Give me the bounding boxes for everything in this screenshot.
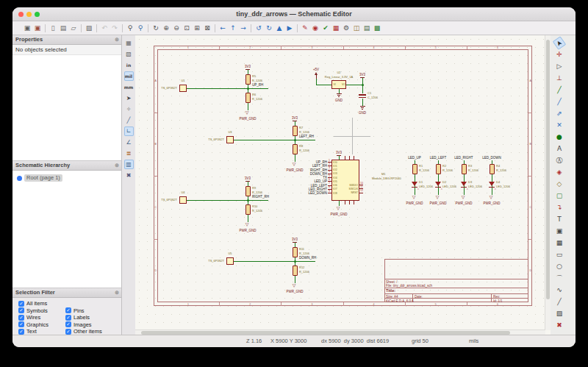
run-erc-button[interactable]: ◉ xyxy=(311,24,320,33)
zoom-out-button[interactable]: ⊖ xyxy=(172,24,181,33)
zoom-fit-objects-button[interactable]: ⊞ xyxy=(193,24,201,33)
checkbox-checked-icon[interactable]: ✓ xyxy=(18,329,24,335)
add-no-connect-tool[interactable]: ✕ xyxy=(554,121,564,130)
checkbox-checked-icon[interactable]: ✓ xyxy=(65,315,71,321)
filter-option-wires[interactable]: ✓Wires xyxy=(18,314,40,321)
checkbox-checked-icon[interactable]: ✓ xyxy=(65,329,71,335)
add-junction-tool[interactable]: ● xyxy=(554,132,564,142)
hierarchy-up-button[interactable]: ↑ xyxy=(229,24,237,33)
units-mils-toggle[interactable]: mil xyxy=(124,71,134,81)
resistor-symbol[interactable] xyxy=(293,144,298,154)
switch-symbol[interactable] xyxy=(226,257,234,265)
selection-filter-close-icon[interactable]: ⊗ xyxy=(115,288,119,297)
checkbox-checked-icon[interactable]: ✓ xyxy=(18,307,24,313)
save-as-button[interactable]: ▣ xyxy=(33,24,42,33)
resistor-symbol[interactable] xyxy=(245,93,251,103)
symbol-fields-table-button[interactable]: ▦ xyxy=(331,24,340,33)
rotate-cw-button[interactable]: ↻ xyxy=(265,24,273,33)
checkbox-checked-icon[interactable]: ✓ xyxy=(18,301,24,307)
select-tool-tool[interactable]: ➤ xyxy=(553,36,567,50)
resistor-symbol[interactable] xyxy=(293,266,298,276)
resistor-symbol[interactable] xyxy=(293,247,298,257)
checkbox-checked-icon[interactable]: ✓ xyxy=(18,321,24,327)
show-hidden-pins-toggle[interactable]: ✧ xyxy=(124,104,134,114)
maximize-window-button[interactable] xyxy=(35,12,40,17)
add-circle-tool[interactable]: ○ xyxy=(554,262,564,271)
import-sheet-pin-tool[interactable]: ↴ xyxy=(554,203,564,213)
checkbox-checked-icon[interactable]: ✓ xyxy=(65,321,71,327)
resistor-symbol[interactable] xyxy=(245,74,251,85)
grid-overrides-toggle[interactable]: ▧ xyxy=(124,49,134,59)
resistor-symbol[interactable] xyxy=(293,126,298,136)
highlight-net-tool[interactable]: ✛ xyxy=(554,50,564,60)
properties-panel-close-icon[interactable]: ⊗ xyxy=(115,35,119,44)
resistor-symbol[interactable] xyxy=(245,186,251,196)
filter-option-labels[interactable]: ✓Labels xyxy=(65,314,90,321)
mirror-horizontal-button[interactable]: ▶ xyxy=(285,24,294,33)
filter-option-text[interactable]: ✓Text xyxy=(18,328,37,335)
vertical-scrollbar[interactable] xyxy=(545,35,551,330)
generate-bom-button[interactable]: ▤ xyxy=(362,24,371,33)
led-symbol[interactable] xyxy=(435,182,441,186)
wires-free-angle-toggle[interactable]: ╱ xyxy=(124,115,134,125)
find-button[interactable]: ⚲ xyxy=(126,24,135,33)
find-replace-button[interactable]: ⚲ xyxy=(136,24,145,33)
filter-option-images[interactable]: ✓Images xyxy=(65,321,92,328)
filter-option-graphics[interactable]: ✓Graphics xyxy=(18,321,49,328)
refresh-button[interactable]: ↻ xyxy=(151,24,160,33)
resistor-symbol[interactable] xyxy=(490,164,495,174)
page-settings-button[interactable]: ▯ xyxy=(49,24,57,33)
switch-symbol[interactable] xyxy=(226,136,234,143)
print-button[interactable]: ▤ xyxy=(59,24,68,33)
next-sheet-button[interactable]: → xyxy=(239,24,248,33)
zoom-selection-button[interactable]: ⊠ xyxy=(203,24,212,33)
prev-sheet-button[interactable]: ← xyxy=(218,24,227,33)
checkbox-checked-icon[interactable]: ✓ xyxy=(65,307,71,313)
resistor-symbol[interactable] xyxy=(245,204,251,215)
edit-library-symbols-button[interactable]: ⚙ xyxy=(342,24,351,33)
zoom-fit-button[interactable]: ⊡ xyxy=(182,24,191,33)
led-symbol[interactable] xyxy=(412,182,417,186)
add-global-label-tool[interactable]: ◈ xyxy=(554,168,564,177)
units-inches-toggle[interactable]: in xyxy=(124,60,134,70)
filter-option-pins[interactable]: ✓Pins xyxy=(65,307,85,314)
resistor-symbol[interactable] xyxy=(412,164,417,174)
save-button[interactable]: ▣ xyxy=(23,24,32,33)
add-table-tool[interactable]: ▦ xyxy=(554,238,564,248)
cursor-shape-toggle[interactable]: ➤ xyxy=(124,93,134,103)
add-rectangle-tool[interactable]: ▭ xyxy=(554,250,564,260)
add-bus-entry-tool[interactable]: ⇗ xyxy=(554,109,564,118)
symbol-checker-button[interactable]: ✔ xyxy=(321,24,330,33)
rotate-ccw-button[interactable]: ↺ xyxy=(254,24,263,33)
add-image-tool[interactable]: ▨ xyxy=(554,309,564,318)
led-symbol[interactable] xyxy=(489,182,495,186)
add-power-tool[interactable]: ⊥ xyxy=(554,74,564,83)
checkbox-checked-icon[interactable]: ✓ xyxy=(18,315,24,321)
schematic-canvas[interactable]: 112233445566AABBCCDDSheet: /File: tiny_d… xyxy=(135,35,551,335)
library-tools-toggle[interactable]: ✖ xyxy=(124,171,134,180)
properties-manager-toggle[interactable]: ▥ xyxy=(124,160,134,169)
switch-symbol[interactable] xyxy=(179,85,187,92)
add-wire-tool[interactable]: ╱ xyxy=(554,85,564,95)
close-window-button[interactable] xyxy=(18,12,24,17)
add-line-tool[interactable]: ╱ xyxy=(554,297,564,307)
open-pcb-editor-button[interactable]: ▩ xyxy=(373,24,381,33)
minimize-window-button[interactable] xyxy=(26,12,32,17)
paste-button[interactable]: ▨ xyxy=(85,24,93,33)
add-bezier-tool[interactable]: ∿ xyxy=(554,285,564,295)
annotate-button[interactable]: ✎ xyxy=(301,24,309,33)
mirror-vertical-button[interactable]: ▲ xyxy=(275,24,284,33)
undo-button[interactable]: ↶ xyxy=(100,24,109,33)
toggle-grid-toggle[interactable]: ▦ xyxy=(124,38,134,48)
assign-footprints-button[interactable]: ◫ xyxy=(352,24,361,33)
filter-option-symbols[interactable]: ✓Symbols xyxy=(18,307,48,314)
hierarchy-navigator-toggle[interactable]: ≣ xyxy=(124,149,134,158)
hierarchy-panel-close-icon[interactable]: ⊗ xyxy=(115,161,119,170)
add-label-tool[interactable]: A xyxy=(554,144,564,154)
vertical-scrollbar-thumb[interactable] xyxy=(546,40,550,299)
wires-90-toggle[interactable]: ∟ xyxy=(124,127,134,136)
filter-option-other-items[interactable]: ✓Other items xyxy=(65,328,102,335)
add-arc-tool[interactable]: ⌒ xyxy=(554,274,564,283)
add-bus-tool[interactable]: ╱ xyxy=(554,97,564,107)
add-hierarchical-label-tool[interactable]: ◇ xyxy=(554,179,564,189)
